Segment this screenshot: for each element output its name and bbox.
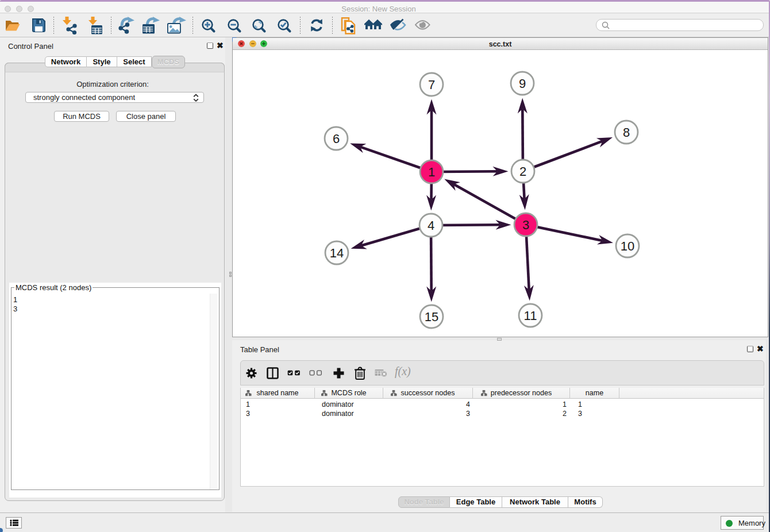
svg-text:6: 6 [333, 132, 340, 146]
svg-text:8: 8 [623, 125, 630, 140]
svg-text:9: 9 [519, 76, 526, 91]
svg-text:11: 11 [524, 309, 537, 323]
svg-text:15: 15 [425, 310, 438, 324]
svg-text:10: 10 [621, 239, 634, 253]
svg-text:2: 2 [519, 164, 526, 179]
svg-text:7: 7 [428, 78, 435, 92]
svg-text:14: 14 [330, 246, 344, 260]
svg-text:4: 4 [428, 218, 434, 233]
svg-text:3: 3 [522, 218, 529, 232]
svg-text:1: 1 [428, 165, 435, 179]
